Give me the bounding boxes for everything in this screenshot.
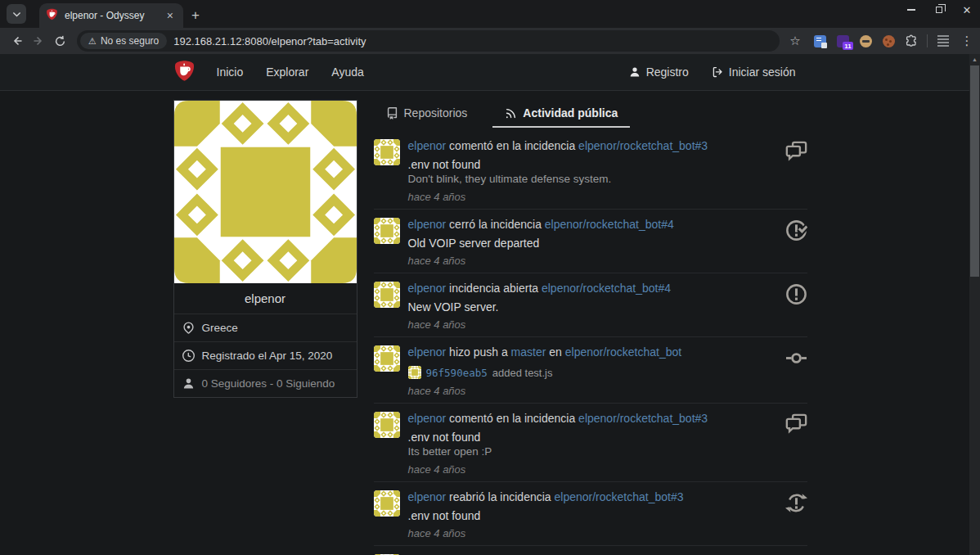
user-link[interactable]: elpenor: [408, 218, 447, 231]
activity-title: elpenor hizo push a master en elpenor/ro…: [408, 343, 775, 359]
address-bar[interactable]: ⚠ No es seguro 192.168.21.12:8080/elpeno…: [77, 30, 780, 52]
back-button[interactable]: [7, 30, 28, 52]
user-link[interactable]: elpenor: [408, 345, 447, 359]
branch-link[interactable]: master: [511, 345, 546, 359]
repo-link[interactable]: elpenor/rocketchat_bot#4: [545, 218, 674, 231]
activity-feed: elpenor comentó en la incidencia elpenor…: [374, 131, 807, 555]
comment-body: Don't blink, they ultimate defense syste…: [408, 173, 775, 186]
scrollbar-thumb[interactable]: [970, 65, 979, 277]
warning-icon: ⚠: [88, 36, 97, 47]
cookie-icon: [860, 35, 872, 47]
site-favicon-icon: [46, 8, 58, 24]
commit-hash-link[interactable]: 96f590eab5: [426, 367, 488, 379]
tab-repositorios-label: Repositorios: [404, 106, 468, 120]
activity-title: elpenor cerró la incidencia elpenor/rock…: [408, 215, 775, 232]
user-link[interactable]: elpenor: [408, 139, 447, 152]
signin-link[interactable]: Iniciar sesión: [700, 65, 807, 79]
kebab-menu-icon: ⋮: [961, 34, 973, 48]
activity-item: elpenor incidencia abierta elpenor/rocke…: [374, 273, 807, 337]
restore-icon: [936, 7, 942, 13]
minimize-button[interactable]: [906, 5, 916, 15]
nav-link-inicio[interactable]: Inicio: [205, 54, 255, 91]
profile-joined: Registrado el Apr 15, 2020: [202, 350, 333, 362]
restore-button[interactable]: [934, 5, 944, 15]
profile-avatar: [174, 101, 357, 283]
repo-link[interactable]: elpenor/rocketchat_bot: [565, 345, 681, 359]
commit-message: added test.js: [492, 367, 553, 379]
activity-title: elpenor reabrió la incidencia elpenor/ro…: [408, 488, 775, 504]
activity-time: hace 4 años: [408, 192, 775, 203]
tab-close-button[interactable]: ×: [164, 9, 177, 22]
user-avatar[interactable]: [374, 282, 400, 308]
adblock-extension-button[interactable]: 11: [835, 34, 850, 48]
security-chip[interactable]: ⚠ No es seguro: [80, 33, 167, 49]
browser-tab[interactable]: elpenor - Odyssey ×: [39, 3, 183, 28]
cookie2-extension-button[interactable]: [881, 34, 896, 48]
comment-body: Its better open :P: [408, 445, 775, 458]
profile-button[interactable]: [936, 34, 951, 48]
minimize-icon: [907, 9, 915, 10]
repo-link[interactable]: elpenor/rocketchat_bot#3: [555, 490, 684, 503]
repo-link[interactable]: elpenor/rocketchat_bot#3: [578, 139, 708, 152]
browser-toolbar: ⚠ No es seguro 192.168.21.12:8080/elpeno…: [0, 28, 980, 54]
extensions-menu-button[interactable]: [904, 34, 919, 48]
profile-tabbar: Repositorios Actividad pública: [374, 100, 807, 128]
clock-icon: [182, 350, 195, 362]
forward-button[interactable]: [28, 30, 49, 52]
profile-followers: 0 Seguidores - 0 Siguiendo: [202, 377, 335, 390]
user-link[interactable]: elpenor: [408, 412, 447, 425]
tab-title: elpenor - Odyssey: [65, 10, 157, 21]
tab-actividad-publica[interactable]: Actividad pública: [492, 100, 630, 128]
browser-window: elpenor - Odyssey × + ✕ ⚠ No es seguro 1…: [0, 0, 980, 555]
browser-menu-button[interactable]: ⋮: [959, 34, 973, 48]
user-link[interactable]: elpenor: [408, 490, 447, 503]
issue-title: New VOIP server.: [408, 300, 775, 314]
profile-avatar-icon: [937, 35, 949, 47]
user-avatar[interactable]: [374, 139, 400, 165]
cookie-extension-button[interactable]: [858, 34, 873, 48]
translate-extension-button[interactable]: [812, 34, 827, 48]
new-tab-button[interactable]: +: [191, 8, 200, 22]
back-arrow-icon: [11, 34, 24, 47]
chevron-down-icon: [12, 10, 21, 19]
forward-arrow-icon: [32, 34, 45, 47]
activity-action-text: en: [549, 345, 562, 359]
user-avatar[interactable]: [374, 218, 400, 244]
scrollbar-up-arrow[interactable]: ▲: [969, 56, 980, 62]
puzzle-icon: [905, 34, 918, 47]
activity-time: hace 4 años: [408, 386, 775, 397]
person-icon: [182, 377, 195, 390]
tab-repositorios[interactable]: Repositorios: [374, 100, 480, 128]
tab-search-button[interactable]: [7, 4, 26, 24]
reload-button[interactable]: [49, 30, 70, 52]
nav-link-ayuda[interactable]: Ayuda: [320, 54, 375, 91]
user-avatar[interactable]: [374, 412, 400, 438]
star-icon: ☆: [789, 34, 800, 48]
repo-link[interactable]: elpenor/rocketchat_bot#3: [578, 412, 708, 425]
activity-action-text: reabrió la incidencia: [449, 490, 551, 503]
user-avatar[interactable]: [374, 490, 400, 517]
profile-joined-row: Registrado el Apr 15, 2020: [174, 341, 357, 369]
activity-item: elpenor cerró la incidencia elpenor/rock…: [374, 210, 807, 273]
register-link[interactable]: Registro: [618, 65, 700, 79]
gitea-logo-icon: [173, 60, 196, 85]
close-button[interactable]: ✕: [962, 5, 972, 15]
browser-tab-strip: elpenor - Odyssey × + ✕: [0, 0, 980, 28]
nav-link-explorar[interactable]: Explorar: [254, 54, 320, 91]
committer-avatar: [408, 366, 421, 379]
activity-time: hace 4 años: [408, 255, 775, 267]
user-avatar[interactable]: [374, 345, 400, 372]
activity-title: elpenor comentó en la incidencia elpenor…: [408, 137, 775, 153]
issue-closed-icon: [783, 215, 807, 267]
reload-icon: [54, 35, 66, 47]
url-text: 192.168.21.12:8080/elpenor?tab=activity: [173, 35, 366, 47]
profile-location-row: Greece: [174, 314, 357, 341]
issue-reopened-icon: [783, 488, 807, 539]
repo-link[interactable]: elpenor/rocketchat_bot#4: [542, 282, 671, 295]
user-link[interactable]: elpenor: [408, 282, 447, 295]
bookmark-button[interactable]: ☆: [784, 30, 806, 52]
activity-item: elpenor cerró la incidencia elpenor/rock…: [374, 546, 807, 555]
site-logo[interactable]: [173, 60, 196, 85]
activity-action-text: hizo push a: [449, 345, 508, 359]
activity-time: hace 4 años: [408, 528, 775, 539]
